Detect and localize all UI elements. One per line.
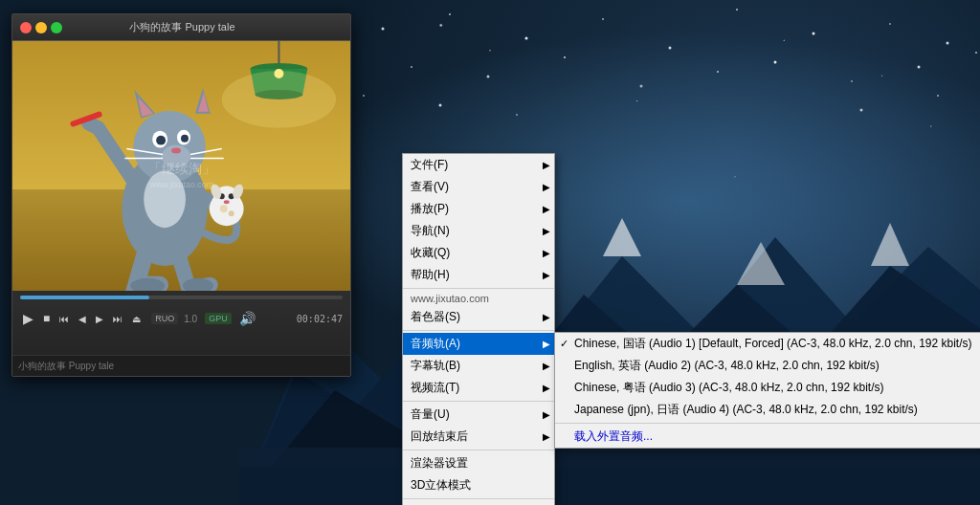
cartoon-svg: 「继续淘」 www.jixutao.com	[12, 41, 350, 291]
menu-item-volume[interactable]: 音量(U) ▶	[403, 404, 554, 426]
svg-point-23	[851, 80, 853, 82]
menu-sep-1	[403, 288, 554, 289]
audio-submenu: Chinese, 国语 (Audio 1) [Default, Forced] …	[554, 332, 980, 449]
next-frame-button[interactable]: ▶	[93, 312, 106, 326]
audio-track-1[interactable]: Chinese, 国语 (Audio 1) [Default, Forced] …	[555, 333, 980, 355]
volume-icon: 🔊	[239, 311, 256, 326]
menu-item-nav[interactable]: 导航(N) ▶	[403, 220, 554, 242]
prev-frame-button[interactable]: ◀	[76, 312, 89, 326]
svg-point-20	[640, 85, 643, 88]
prev-button[interactable]: ⏮	[56, 312, 72, 326]
svg-point-9	[449, 13, 451, 15]
menu-nav-arrow: ▶	[543, 226, 550, 236]
context-menu: 文件(F) ▶ 查看(V) ▶ 播放(P) ▶ 导航(N) ▶ 收藏(Q) ▶ …	[402, 153, 555, 505]
menu-view-arrow: ▶	[543, 182, 550, 192]
player-titlebar: 小狗的故事 Puppy tale	[12, 14, 350, 41]
svg-point-24	[918, 66, 921, 69]
svg-point-30	[937, 95, 939, 97]
svg-point-47	[181, 135, 189, 143]
menu-file-arrow: ▶	[543, 160, 550, 170]
svg-point-28	[516, 114, 518, 116]
menu-help-label: 帮助(H)	[411, 267, 450, 283]
menu-sep-3	[403, 401, 554, 402]
menu-item-file[interactable]: 文件(F) ▶	[403, 154, 554, 176]
menu-subtitle-arrow: ▶	[543, 361, 550, 371]
menu-item-subtitle[interactable]: 字幕轨(B) ▶	[403, 355, 554, 377]
audio-track-2[interactable]: English, 英语 (Audio 2) (AC-3, 48.0 kHz, 2…	[555, 355, 980, 377]
menu-item-3d[interactable]: 3D立体模式	[403, 474, 554, 496]
next-button[interactable]: ⏭	[110, 312, 125, 326]
svg-point-16	[947, 42, 949, 45]
svg-rect-7	[239, 467, 980, 505]
menu-renderer-label: 渲染器设置	[411, 455, 468, 472]
menu-item-play[interactable]: 播放(P) ▶	[403, 198, 554, 220]
menu-play-arrow: ▶	[543, 204, 550, 214]
eject-button[interactable]: ⏏	[129, 312, 144, 326]
menu-play-label: 播放(P)	[411, 201, 449, 217]
menu-nav-label: 导航(N)	[411, 223, 450, 239]
speed-control[interactable]: RUO	[151, 313, 178, 324]
menu-shader-arrow: ▶	[543, 312, 550, 322]
menu-url-label: www.jixutao.com	[411, 293, 489, 304]
progress-bar[interactable]	[20, 296, 343, 299]
audio-load-label: 载入外置音频...	[574, 428, 653, 445]
svg-point-29	[860, 109, 863, 112]
menu-videostream-arrow: ▶	[543, 383, 550, 393]
menu-subtitle-label: 字幕轨(B)	[411, 358, 460, 374]
svg-point-8	[382, 28, 385, 31]
menu-item-renderer[interactable]: 渲染器设置	[403, 452, 554, 474]
menu-shader-label: 着色器(S)	[411, 309, 460, 325]
svg-point-13	[736, 9, 738, 11]
menu-sep-4	[403, 450, 554, 450]
menu-volume-label: 音量(U)	[411, 406, 450, 423]
menu-videostream-label: 视频流(T)	[411, 380, 459, 396]
bottom-left-info: 小狗的故事 Puppy tale	[18, 360, 114, 373]
svg-point-15	[889, 23, 891, 25]
player-controls: ▶ ■ ⏮ ◀ ▶ ⏭ ⏏ RUO 1.0 GPU 🔊 00:02:47	[12, 305, 350, 355]
media-player-window: 小狗的故事 Puppy tale	[11, 13, 351, 377]
audio-track-4-label: Japanese (jpn), 日语 (Audio 4) (AC-3, 48.0…	[574, 402, 918, 418]
svg-point-38	[222, 71, 336, 128]
menu-item-help[interactable]: 帮助(H) ▶	[403, 264, 554, 286]
menu-item-shader[interactable]: 着色器(S) ▶	[403, 306, 554, 328]
menu-item-favorites[interactable]: 收藏(Q) ▶	[403, 242, 554, 264]
audio-track-3-label: Chinese, 粤语 (Audio 3) (AC-3, 48.0 kHz, 2…	[574, 380, 883, 396]
svg-point-65	[229, 210, 234, 216]
menu-item-videostream[interactable]: 视频流(T) ▶	[403, 377, 554, 399]
player-video-area: 「继续淘」 www.jixutao.com	[12, 41, 350, 291]
svg-point-26	[363, 95, 365, 97]
audio-track-1-label: Chinese, 国语 (Audio 1) [Default, Forced] …	[574, 336, 972, 352]
svg-point-18	[487, 76, 490, 78]
svg-point-10	[525, 37, 528, 40]
play-button[interactable]: ▶	[20, 309, 36, 328]
svg-point-19	[564, 56, 566, 58]
gpu-badge: GPU	[205, 313, 232, 324]
context-menu-main: 文件(F) ▶ 查看(V) ▶ 播放(P) ▶ 导航(N) ▶ 收藏(Q) ▶ …	[402, 153, 555, 505]
svg-point-21	[717, 71, 719, 73]
menu-playback-end-label: 回放结束后	[411, 428, 468, 445]
player-title: 小狗的故事 Puppy tale	[22, 20, 343, 34]
svg-point-61	[224, 200, 230, 204]
menu-sep-2	[403, 330, 554, 331]
progress-fill	[20, 296, 149, 299]
audio-track-2-label: English, 英语 (Audio 2) (AC-3, 48.0 kHz, 2…	[574, 358, 880, 374]
menu-help-arrow: ▶	[543, 270, 550, 280]
audio-load-external[interactable]: 载入外置音频...	[555, 426, 980, 448]
menu-item-audio[interactable]: 音频轨(A) ▶ Chinese, 国语 (Audio 1) [Default,…	[403, 333, 554, 355]
menu-playback-end-arrow: ▶	[543, 431, 550, 442]
player-bottom-bar: 小狗的故事 Puppy tale	[12, 355, 350, 376]
menu-item-properties[interactable]: 属性(R) Shift+F10	[403, 501, 554, 505]
menu-3d-label: 3D立体模式	[411, 477, 471, 494]
svg-text:「继续淘」: 「继续淘」	[148, 162, 215, 176]
audio-track-3[interactable]: Chinese, 粤语 (Audio 3) (AC-3, 48.0 kHz, 2…	[555, 377, 980, 399]
stop-button[interactable]: ■	[40, 310, 53, 327]
menu-item-playback-end[interactable]: 回放结束后 ▶	[403, 426, 554, 448]
svg-point-22	[774, 61, 777, 64]
menu-file-label: 文件(F)	[411, 157, 448, 173]
menu-audio-label: 音频轨(A)	[411, 336, 460, 352]
audio-track-4[interactable]: Japanese (jpn), 日语 (Audio 4) (AC-3, 48.0…	[555, 399, 980, 421]
menu-item-view[interactable]: 查看(V) ▶	[403, 176, 554, 198]
svg-point-25	[975, 52, 977, 54]
progress-container[interactable]	[12, 291, 350, 305]
svg-point-14	[813, 33, 815, 35]
